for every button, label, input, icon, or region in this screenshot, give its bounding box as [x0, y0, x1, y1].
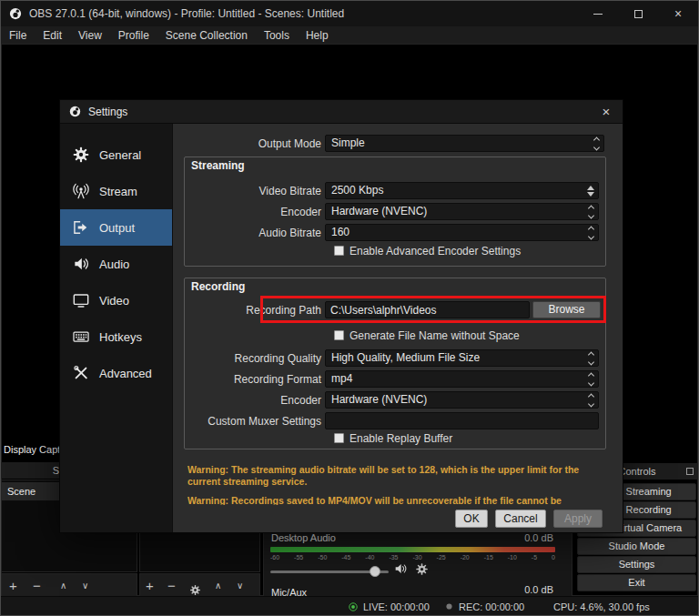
exit-button[interactable]: Exit: [577, 574, 696, 591]
source-properties-gear-icon[interactable]: [189, 580, 201, 592]
tick: -35: [389, 554, 398, 560]
stream-encoder-select[interactable]: Hardware (NVENC): [325, 203, 599, 220]
studio-mode-button[interactable]: Studio Mode: [577, 538, 696, 555]
custom-muxer-input[interactable]: [325, 412, 599, 429]
desktop-audio-meter: [270, 547, 555, 552]
desktop-audio-level: 0.0 dB: [524, 532, 553, 543]
move-scene-down-button[interactable]: ∨: [82, 574, 88, 597]
menu-file[interactable]: File: [1, 29, 35, 42]
no-space-checkbox[interactable]: [334, 330, 344, 340]
volume-slider-handle[interactable]: [370, 566, 380, 577]
chevron-updown-icon: [589, 373, 593, 385]
advanced-encoder-checkbox[interactable]: [334, 246, 344, 256]
warning-mp4: Warning: Recordings saved to MP4/MOV wil…: [187, 495, 606, 505]
sidebar-item-label: Hotkeys: [99, 330, 142, 344]
spinner-arrows-icon[interactable]: [587, 186, 594, 197]
live-timer: LIVE: 00:00:00: [363, 601, 430, 612]
maximize-icon: [634, 10, 643, 18]
move-source-up-button[interactable]: ∧: [215, 574, 221, 597]
sidebar-item-audio[interactable]: Audio: [60, 246, 172, 282]
remove-scene-button[interactable]: −: [33, 574, 41, 597]
audio-bitrate-select[interactable]: 160: [325, 224, 599, 241]
replay-buffer-checkbox-label: Enable Replay Buffer: [350, 432, 452, 445]
statusbar: LIVE: 00:00:00 REC: 00:00:00 CPU: 4.6%, …: [1, 596, 698, 615]
close-button[interactable]: ×: [658, 1, 698, 26]
maximize-button[interactable]: [618, 1, 658, 26]
window-titlebar: OBS 27.0.1 (64-bit, windows) - Profile: …: [1, 1, 698, 26]
menu-tools[interactable]: Tools: [256, 29, 298, 42]
recording-format-value: mp4: [331, 372, 352, 385]
keyboard-icon: [72, 328, 90, 346]
menu-profile[interactable]: Profile: [110, 29, 157, 42]
recording-path-input[interactable]: [325, 301, 530, 318]
speaker-icon[interactable]: [393, 561, 408, 580]
settings-dialog: Settings × General Stream Output: [59, 99, 623, 533]
browse-button[interactable]: Browse: [532, 301, 601, 318]
chevron-updown-icon: [589, 352, 593, 364]
tick: -20: [461, 554, 470, 560]
tick: -30: [412, 554, 421, 560]
tick: -40: [365, 554, 374, 560]
settings-button[interactable]: Settings: [577, 556, 696, 573]
no-space-checkbox-label: Generate File Name without Space: [350, 329, 520, 342]
warning-audio-bitrate: Warning: The streaming audio bitrate wil…: [187, 464, 599, 488]
chevron-updown-icon: [589, 206, 593, 217]
menu-help[interactable]: Help: [298, 29, 337, 42]
audio-bitrate-label: Audio Bitrate: [69, 225, 321, 242]
minimize-button[interactable]: [578, 1, 618, 26]
menu-view[interactable]: View: [70, 29, 110, 42]
mic-aux-level: 0.0 dB: [524, 584, 553, 595]
desktop-audio-label: Desktop Audio: [271, 532, 336, 543]
recording-group-title: Recording: [191, 280, 245, 293]
warning-mp4-clip: Warning: Recordings saved to MP4/MOV wil…: [187, 495, 606, 505]
tick: -45: [341, 554, 350, 560]
obs-main-window: OBS 27.0.1 (64-bit, windows) - Profile: …: [0, 0, 699, 616]
tick: 0: [552, 554, 555, 560]
cpu-text: CPU: 4.6%, 30.00 fps: [553, 601, 650, 612]
add-scene-button[interactable]: +: [9, 574, 17, 597]
video-bitrate-value: 2500 Kbps: [331, 184, 383, 197]
scenes-toolbar: + − ∧ ∨: [1, 573, 137, 598]
minimize-icon: [593, 14, 603, 15]
sidebar-item-label: Audio: [99, 258, 129, 271]
tick: -5: [532, 554, 537, 560]
recording-path-label: Recording Path: [69, 302, 321, 319]
sidebar-item-hotkeys[interactable]: Hotkeys: [60, 318, 172, 355]
sources-toolbar: + − ∧ ∨: [139, 573, 260, 598]
recording-encoder-value: Hardware (NVENC): [331, 393, 427, 406]
output-mode-select[interactable]: Simple: [325, 135, 604, 152]
menu-scene-collection[interactable]: Scene Collection: [157, 29, 256, 42]
tick: -55: [294, 554, 303, 560]
remove-source-button[interactable]: −: [167, 574, 176, 597]
streaming-group-title: Streaming: [191, 159, 245, 172]
menu-edit[interactable]: Edit: [35, 29, 70, 42]
recording-quality-select[interactable]: High Quality, Medium File Size: [325, 349, 599, 367]
audio-bitrate-value: 160: [331, 226, 350, 238]
cpu-status: CPU: 4.6%, 30.00 fps: [553, 597, 650, 616]
recording-encoder-label: Encoder: [69, 392, 321, 409]
recording-format-label: Recording Format: [69, 371, 321, 389]
live-icon: [348, 601, 359, 612]
recording-quality-value: High Quality, Medium File Size: [331, 351, 480, 364]
settings-dialog-title: Settings: [88, 106, 127, 118]
apply-button[interactable]: Apply: [553, 510, 603, 528]
close-icon: ×: [674, 6, 682, 21]
settings-close-button[interactable]: ×: [597, 103, 615, 121]
recording-format-select[interactable]: mp4: [325, 370, 599, 388]
dock-float-icon[interactable]: [686, 468, 694, 475]
replay-buffer-checkbox[interactable]: [334, 433, 344, 443]
meter-scale: -60 -55 -50 -45 -40 -35 -30 -25 -20 -15 …: [270, 554, 555, 560]
recording-encoder-select[interactable]: Hardware (NVENC): [325, 391, 599, 409]
live-status: LIVE: 00:00:00: [348, 597, 430, 616]
add-source-button[interactable]: +: [146, 574, 154, 597]
move-source-down-button[interactable]: ∨: [237, 574, 243, 597]
mixer-gear-icon[interactable]: [415, 562, 429, 580]
ok-button[interactable]: OK: [455, 510, 488, 528]
stream-encoder-value: Hardware (NVENC): [331, 205, 427, 217]
move-scene-up-button[interactable]: ∧: [60, 574, 66, 597]
cancel-button[interactable]: Cancel: [495, 510, 546, 528]
output-mode-value: Simple: [331, 136, 365, 149]
chevron-updown-icon: [589, 227, 593, 238]
obs-logo-icon: [69, 106, 81, 117]
video-bitrate-spinner[interactable]: 2500 Kbps: [325, 182, 599, 199]
